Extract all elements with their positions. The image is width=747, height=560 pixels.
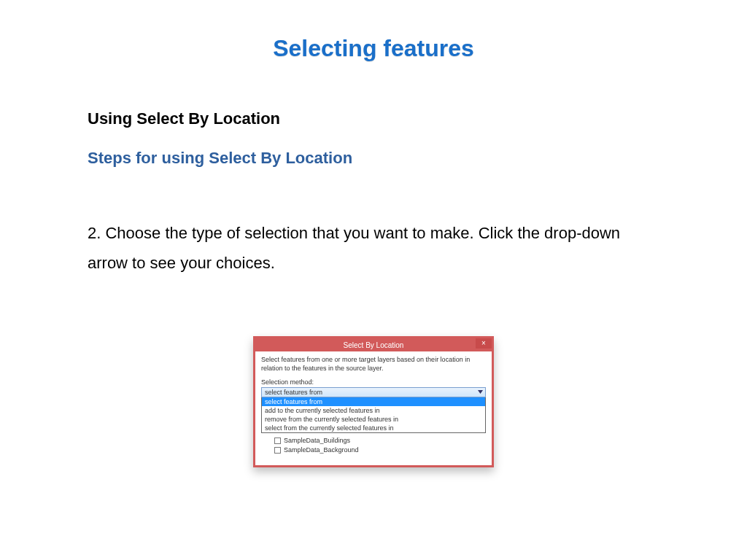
dialog-titlebar[interactable]: Select By Location ×: [255, 338, 492, 351]
combo-selected-value[interactable]: select features from: [261, 387, 486, 397]
combo-option[interactable]: remove from the currently selected featu…: [262, 415, 485, 424]
layer-label: SampleData_Buildings: [284, 436, 350, 446]
layer-label: SampleData_Background: [284, 446, 359, 455]
page-title: Selecting features: [0, 0, 747, 62]
checkbox-icon[interactable]: [274, 447, 281, 454]
selection-method-label: Selection method:: [261, 378, 486, 386]
dialog-title: Select By Location: [344, 341, 404, 349]
list-item[interactable]: SampleData_Background: [274, 446, 486, 455]
content-area: Using Select By Location Steps for using…: [0, 62, 747, 467]
select-by-location-dialog: Select By Location × Select features fro…: [253, 336, 494, 467]
dialog-description: Select features from one or more target …: [261, 356, 486, 373]
combo-dropdown-list: select features from add to the currentl…: [261, 397, 486, 433]
combo-selected-text: select features from: [265, 389, 322, 396]
checkbox-icon[interactable]: [274, 438, 281, 444]
dialog-container: Select By Location × Select features fro…: [88, 336, 659, 467]
close-icon[interactable]: ×: [476, 338, 492, 349]
step-2-text: 2. Choose the type of selection that you…: [88, 219, 659, 278]
list-item[interactable]: SampleData_Buildings: [274, 436, 486, 446]
chevron-down-icon[interactable]: [476, 388, 484, 397]
steps-subheading: Steps for using Select By Location: [88, 149, 659, 168]
dialog-body: Select features from one or more target …: [255, 351, 492, 465]
target-layers-list: SampleData_Buildings SampleData_Backgrou…: [261, 436, 486, 455]
combo-option[interactable]: add to the currently selected features i…: [262, 406, 485, 415]
combo-option[interactable]: select features from: [262, 397, 485, 406]
section-heading: Using Select By Location: [88, 109, 659, 128]
combo-option[interactable]: select from the currently selected featu…: [262, 424, 485, 432]
selection-method-combo[interactable]: select features from select features fro…: [261, 387, 486, 433]
